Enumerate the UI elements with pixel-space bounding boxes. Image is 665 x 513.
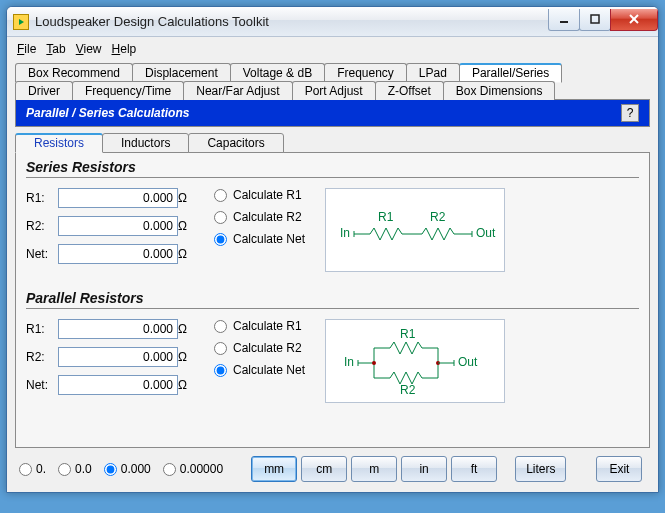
precision-0[interactable]: 0.	[19, 462, 46, 476]
tab-lpad[interactable]: LPad	[406, 63, 460, 82]
menu-view[interactable]: View	[72, 40, 106, 58]
ohm-unit: Ω	[178, 219, 194, 233]
ohm-unit: Ω	[178, 322, 194, 336]
parallel-heading: Parallel Resistors	[26, 290, 639, 309]
series-inputs: R1: Ω R2: Ω Net: Ω	[26, 188, 194, 264]
tab-z-offset[interactable]: Z-Offset	[375, 81, 444, 100]
panel-title: Parallel / Series Calculations ?	[15, 99, 650, 127]
tab-driver[interactable]: Driver	[15, 81, 73, 100]
titlebar-text: Loudspeaker Design Calculations Toolkit	[35, 14, 549, 29]
ohm-unit: Ω	[178, 350, 194, 364]
tab-box-dimensions[interactable]: Box Dimensions	[443, 81, 556, 100]
series-r1-input[interactable]	[58, 188, 178, 208]
diag-in-label: In	[344, 355, 354, 369]
parallel-radios: Calculate R1 Calculate R2 Calculate Net	[214, 319, 305, 377]
series-r1-label: R1:	[26, 191, 58, 205]
tab-frequency-time[interactable]: Frequency/Time	[72, 81, 184, 100]
subtab-inductors[interactable]: Inductors	[102, 133, 189, 153]
minimize-button[interactable]	[548, 9, 580, 31]
maximize-button[interactable]	[579, 9, 611, 31]
tab-row-top: Box Recommend Displacement Voltage & dB …	[15, 63, 650, 82]
close-button[interactable]	[610, 9, 658, 31]
parallel-net-label: Net:	[26, 378, 58, 392]
unit-cm-button[interactable]: cm	[301, 456, 347, 482]
parallel-r1-input[interactable]	[58, 319, 178, 339]
parallel-calc-r2-option[interactable]: Calculate R2	[214, 341, 305, 355]
unit-ft-button[interactable]: ft	[451, 456, 497, 482]
tab-near-far[interactable]: Near/Far Adjust	[183, 81, 292, 100]
subtab-capacitors[interactable]: Capacitors	[188, 133, 283, 153]
parallel-r1-label: R1:	[26, 322, 58, 336]
titlebar: Loudspeaker Design Calculations Toolkit	[7, 7, 658, 37]
parallel-calc-net-option[interactable]: Calculate Net	[214, 363, 305, 377]
series-net-label: Net:	[26, 247, 58, 261]
unit-in-button[interactable]: in	[401, 456, 447, 482]
unit-m-button[interactable]: m	[351, 456, 397, 482]
series-r2-input[interactable]	[58, 216, 178, 236]
series-calc-r1-option[interactable]: Calculate R1	[214, 188, 305, 202]
parallel-inputs: R1: Ω R2: Ω Net: Ω	[26, 319, 194, 395]
footer: 0. 0.0 0.000 0.00000 mm cm m in ft Liter…	[15, 448, 650, 484]
series-diagram: In R1 R2 Out	[325, 188, 505, 272]
parallel-section: Parallel Resistors R1: Ω R2: Ω Net: Ω	[26, 290, 639, 403]
parallel-calc-r1-option[interactable]: Calculate R1	[214, 319, 305, 333]
precision-radios: 0. 0.0 0.000 0.00000	[19, 462, 223, 476]
app-icon	[13, 14, 29, 30]
diag-r2-label: R2	[430, 210, 446, 224]
precision-1[interactable]: 0.0	[58, 462, 92, 476]
app-window: Loudspeaker Design Calculations Toolkit …	[6, 6, 659, 493]
window-controls	[549, 9, 658, 31]
subtab-resistors[interactable]: Resistors	[15, 133, 103, 153]
liters-button[interactable]: Liters	[515, 456, 566, 482]
series-net-input[interactable]	[58, 244, 178, 264]
page-body: Series Resistors R1: Ω R2: Ω Net: Ω	[15, 152, 650, 448]
parallel-r2-input[interactable]	[58, 347, 178, 367]
subtab-row: Resistors Inductors Capacitors	[15, 133, 650, 153]
panel-title-text: Parallel / Series Calculations	[26, 106, 189, 120]
tab-frequency[interactable]: Frequency	[324, 63, 407, 82]
diag-r1-label: R1	[378, 210, 394, 224]
tab-row-bottom: Driver Frequency/Time Near/Far Adjust Po…	[15, 81, 650, 100]
series-heading: Series Resistors	[26, 159, 639, 178]
tab-voltage-db[interactable]: Voltage & dB	[230, 63, 325, 82]
precision-3[interactable]: 0.00000	[163, 462, 223, 476]
exit-button[interactable]: Exit	[596, 456, 642, 482]
menu-file[interactable]: File	[13, 40, 40, 58]
menu-tab[interactable]: Tab	[42, 40, 69, 58]
parallel-diagram: In R1 R2	[325, 319, 505, 403]
parallel-r2-label: R2:	[26, 350, 58, 364]
series-radios: Calculate R1 Calculate R2 Calculate Net	[214, 188, 305, 246]
menu-help[interactable]: Help	[108, 40, 141, 58]
help-button[interactable]: ?	[621, 104, 639, 122]
tab-box-recommend[interactable]: Box Recommend	[15, 63, 133, 82]
precision-2[interactable]: 0.000	[104, 462, 151, 476]
menubar: File Tab View Help	[7, 37, 658, 61]
series-r2-label: R2:	[26, 219, 58, 233]
ohm-unit: Ω	[178, 378, 194, 392]
diag-out-label: Out	[476, 226, 496, 240]
ohm-unit: Ω	[178, 247, 194, 261]
diag-in-label: In	[340, 226, 350, 240]
diag-r1-label: R1	[400, 327, 416, 341]
content-area: Box Recommend Displacement Voltage & dB …	[7, 61, 658, 492]
series-calc-r2-option[interactable]: Calculate R2	[214, 210, 305, 224]
ohm-unit: Ω	[178, 191, 194, 205]
svg-point-12	[372, 361, 376, 365]
svg-rect-1	[591, 15, 599, 23]
unit-mm-button[interactable]: mm	[251, 456, 297, 482]
series-calc-net-option[interactable]: Calculate Net	[214, 232, 305, 246]
diag-out-label: Out	[458, 355, 478, 369]
tab-port-adjust[interactable]: Port Adjust	[292, 81, 376, 100]
parallel-net-input[interactable]	[58, 375, 178, 395]
series-section: Series Resistors R1: Ω R2: Ω Net: Ω	[26, 159, 639, 272]
diag-r2-label: R2	[400, 383, 416, 397]
tab-parallel-series[interactable]: Parallel/Series	[459, 63, 562, 83]
tab-displacement[interactable]: Displacement	[132, 63, 231, 82]
